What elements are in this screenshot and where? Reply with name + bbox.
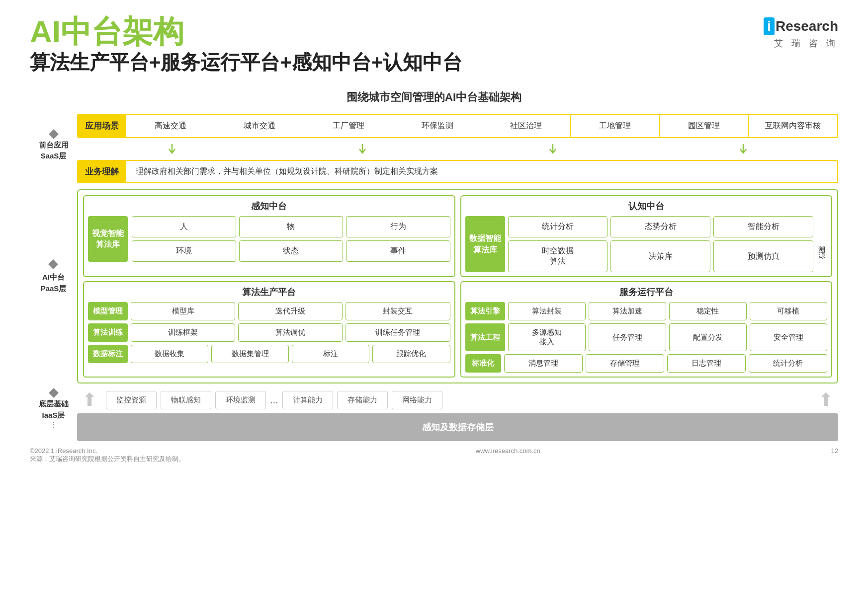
perception-box: 感知中台 视觉智能 算法库 人物行为环境状态事件 — [83, 195, 455, 277]
perception-items-grid: 人物行为环境状态事件 — [132, 216, 450, 262]
algo-platform-item: 模型库 — [131, 302, 235, 320]
service-platform-item: 稳定性 — [669, 302, 747, 320]
cognition-grid-item: 预测仿真 — [713, 240, 813, 272]
algo-platform-row-label: 模型管理 — [88, 302, 128, 320]
biz-label: 业务理解 — [78, 161, 126, 182]
infra-item: 计算能力 — [282, 391, 333, 409]
service-platform-row: 算法工程多源感知 接入任务管理配置分发安全管理 — [465, 323, 828, 351]
cognition-items-area: 统计分析态势分析智能分析时空数据 算法决策库预测仿真 — [508, 216, 814, 272]
subtitle: 算法生产平台+服务运行平台+感知中台+认知中台 — [30, 49, 462, 76]
diagram-title: 围绕城市空间管理的AI中台基础架构 — [30, 90, 838, 105]
left-label-iaas: 底层基础 IaaS层 ⋮ — [39, 377, 69, 441]
service-platform-rows: 算法引擎算法封装算法加速稳定性可移植算法工程多源感知 接入任务管理配置分发安全管… — [465, 302, 828, 373]
app-scene-item: 高速交通 — [126, 115, 215, 137]
service-platform-item: 可移植 — [750, 302, 827, 320]
app-scene-item: 互联网内容审核 — [748, 115, 837, 137]
arrow-down-1 — [267, 143, 458, 155]
infra-row: ⬆ 监控资源物联感知环境监测...计算能力存储能力网络能力 ⬆ — [77, 389, 838, 410]
perception-grid-item: 事件 — [346, 240, 450, 262]
service-platform-item: 安全管理 — [750, 323, 827, 351]
algo-platform-item: 训练任务管理 — [346, 323, 450, 342]
service-platform-row: 算法引擎算法封装算法加速稳定性可移植 — [465, 302, 828, 320]
main-content: 应用场景 高速交通城市交通工厂管理环保监测社区治理工地管理园区管理互联网内容审核… — [77, 114, 838, 441]
service-platform-row-items: 消息管理存储管理日志管理统计分析 — [504, 354, 828, 373]
algo-platform-row-items: 数据收集数据集管理标注跟踪优化 — [131, 345, 450, 363]
service-platform-item: 配置分发 — [669, 323, 747, 351]
algo-platform-item: 标注 — [292, 345, 369, 363]
app-scene-item: 工地管理 — [570, 115, 659, 137]
footer-page-num: 12 — [831, 447, 838, 463]
arrows-row — [77, 142, 838, 156]
infra-item: 物联感知 — [161, 391, 211, 409]
left-label-paas: AI中台 PaaS层 — [41, 182, 67, 373]
infra-item: 环境监测 — [215, 391, 266, 409]
perception-title: 感知中台 — [88, 200, 450, 212]
cognition-box: 认知中台 数据智能 算法库 统计分析态势分析智能分析时空数据 算法决策库预测仿真… — [460, 195, 833, 277]
cognition-grid-item: 统计分析 — [508, 216, 608, 237]
algo-platform-item: 算法调优 — [238, 323, 343, 342]
algo-platform-item: 数据收集 — [131, 345, 208, 363]
cognition-inner: 数据智能 算法库 统计分析态势分析智能分析时空数据 算法决策库预测仿真 溯 源 — [465, 216, 828, 272]
app-scene-items: 高速交通城市交通工厂管理环保监测社区治理工地管理园区管理互联网内容审核 — [126, 115, 837, 137]
algo-platform-row-label: 数据标注 — [88, 345, 128, 363]
service-platform-item: 统计分析 — [749, 354, 827, 373]
footer-website: www.iresearch.com.cn — [476, 447, 540, 463]
biz-content: 理解政府相关部门需求，并与相关单位（如规划设计院、科研院所）制定相关实现方案 — [126, 161, 837, 182]
cognition-row-bottom: 时空数据 算法决策库预测仿真 — [508, 240, 814, 272]
footer: ©2022.1 iResearch Inc. 来源：艾瑞咨询研究院根据公开资料自… — [30, 447, 838, 463]
algo-platform-row: 模型管理模型库迭代升级封装交互 — [88, 302, 450, 320]
cognition-title: 认知中台 — [465, 200, 828, 212]
perception-grid-item: 物 — [239, 216, 344, 237]
algo-platform-row-items: 模型库迭代升级封装交互 — [131, 302, 450, 320]
algo-platform-item: 数据集管理 — [211, 345, 289, 363]
service-platform-row-label: 算法引擎 — [465, 302, 505, 320]
algo-platform-rows: 模型管理模型库迭代升级封装交互算法训练训练框架算法调优训练任务管理数据标注数据收… — [88, 302, 450, 363]
algo-platform-box: 算法生产平台 模型管理模型库迭代升级封装交互算法训练训练框架算法调优训练任务管理… — [83, 281, 455, 378]
left-labels-column: 前台应用 SaaS层 AI中台 PaaS层 底层基础 IaaS层 ⋮ — [30, 114, 77, 441]
algo-platform-title: 算法生产平台 — [88, 286, 450, 298]
cognition-grid-item: 时空数据 算法 — [508, 240, 608, 272]
service-platform-item: 日志管理 — [667, 354, 746, 373]
biz-row: 业务理解 理解政府相关部门需求，并与相关单位（如规划设计院、科研院所）制定相关实… — [77, 160, 838, 183]
infra-item: 网络能力 — [392, 391, 442, 409]
arrow-down-3 — [648, 143, 838, 155]
service-platform-item: 算法加速 — [589, 302, 666, 320]
left-label-saas: 前台应用 SaaS层 — [39, 114, 69, 178]
app-scene-item: 环保监测 — [393, 115, 482, 137]
perception-algo-lib: 视觉智能 算法库 — [88, 216, 128, 262]
app-scene-item: 工厂管理 — [304, 115, 393, 137]
infra-arrow-right: ⬆ — [813, 389, 838, 410]
app-scene-item: 社区治理 — [482, 115, 571, 137]
title-area: AI中台架构 算法生产平台+服务运行平台+感知中台+认知中台 — [30, 15, 462, 85]
app-scene-label: 应用场景 — [78, 115, 126, 137]
service-platform-row-label: 标准化 — [465, 354, 501, 373]
perception-cognition-row: 感知中台 视觉智能 算法库 人物行为环境状态事件 认知中台 数据智能 算法库 统… — [83, 195, 832, 277]
cognition-row-top: 统计分析态势分析智能分析 — [508, 216, 814, 237]
logo-i: i — [764, 17, 775, 35]
cognition-grid-item: 决策库 — [610, 240, 710, 272]
arrow-down-2 — [458, 143, 648, 155]
perception-grid-item: 人 — [132, 216, 236, 237]
cognition-extra: 溯 源 — [816, 216, 827, 272]
header: AI中台架构 算法生产平台+服务运行平台+感知中台+认知中台 i Researc… — [30, 15, 838, 85]
infra-item: 存储能力 — [337, 391, 388, 409]
footer-source-text: 来源：艾瑞咨询研究院根据公开资料自主研究及绘制。 — [30, 455, 185, 463]
algo-platform-row: 数据标注数据收集数据集管理标注跟踪优化 — [88, 345, 450, 363]
algo-platform-item: 跟踪优化 — [372, 345, 450, 363]
perception-grid-item: 环境 — [132, 240, 236, 262]
algo-platform-row-items: 训练框架算法调优训练任务管理 — [131, 323, 450, 342]
arrow-down-0 — [77, 143, 267, 155]
perception-grid-item: 行为 — [346, 216, 450, 237]
cognition-grid-item: 智能分析 — [713, 216, 813, 237]
algo-platform-row-label: 算法训练 — [88, 323, 128, 342]
app-scene-item: 城市交通 — [215, 115, 304, 137]
logo-area: i Research 艾 瑞 咨 询 — [764, 15, 838, 49]
algo-platform-item: 迭代升级 — [238, 302, 343, 320]
cognition-algo-lib: 数据智能 算法库 — [465, 216, 505, 272]
service-platform-item: 多源感知 接入 — [508, 323, 586, 351]
infra-dots: ... — [270, 394, 278, 406]
logo-cn: 艾 瑞 咨 询 — [774, 37, 838, 49]
app-scene-row: 应用场景 高速交通城市交通工厂管理环保监测社区治理工地管理园区管理互联网内容审核 — [77, 114, 838, 138]
main-title: AI中台架构 — [30, 15, 462, 49]
service-platform-item: 消息管理 — [504, 354, 583, 373]
